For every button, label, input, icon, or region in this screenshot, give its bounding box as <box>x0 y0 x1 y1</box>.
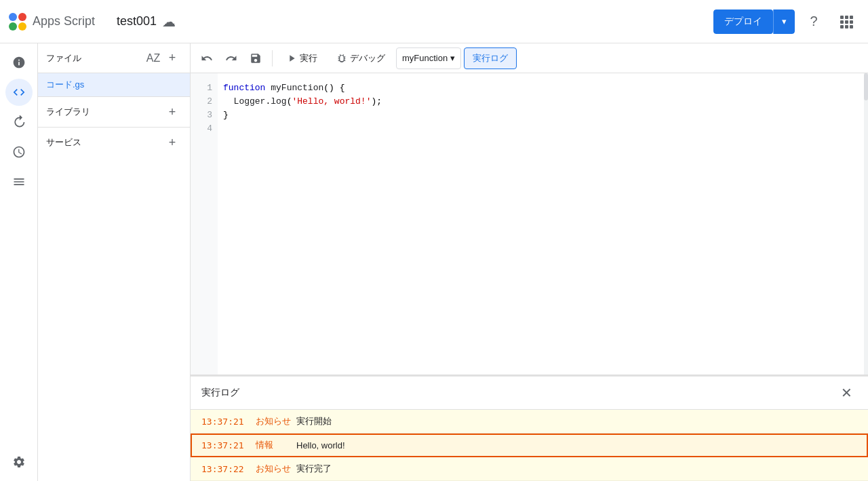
help-icon[interactable]: ? <box>800 8 827 35</box>
log-level-1: お知らせ <box>256 415 296 427</box>
files-label: ファイル <box>46 52 144 64</box>
exec-log-button[interactable]: 実行ログ <box>464 47 517 69</box>
deploy-group: デプロイ ▾ <box>713 9 795 34</box>
add-file-button[interactable]: + <box>163 49 182 68</box>
function-name: myFunction <box>402 53 448 63</box>
function-selector[interactable]: myFunction ▾ <box>396 47 461 69</box>
editor-area: 実行 デバッグ myFunction ▾ 実行ログ 1 2 3 4 functi… <box>191 43 868 481</box>
exec-log-title: 実行ログ <box>201 387 835 399</box>
exec-log-panel: 実行ログ ✕ 13:37:21 お知らせ 実行開始 13:37:21 情報 He… <box>191 375 868 481</box>
app-logo: Apps Script <box>8 12 95 31</box>
code-file-name: コード.gs <box>46 79 84 91</box>
settings-sidebar-btn[interactable] <box>5 448 33 476</box>
run-button[interactable]: 実行 <box>278 47 326 69</box>
main-layout: ファイル AZ + コード.gs ライブラリ + サービス + <box>0 43 868 481</box>
function-selector-chevron: ▾ <box>450 53 455 63</box>
project-name: test001 <box>117 14 157 28</box>
cloud-icon[interactable]: ☁ <box>162 14 176 30</box>
line-numbers: 1 2 3 4 <box>191 73 218 374</box>
svg-point-0 <box>9 13 17 21</box>
scrollbar[interactable] <box>864 73 868 374</box>
scrollbar-thumb[interactable] <box>864 73 868 100</box>
log-time-3: 13:37:22 <box>201 464 256 474</box>
add-library-button[interactable]: + <box>163 102 182 121</box>
svg-point-3 <box>18 22 26 31</box>
library-label: ライブラリ <box>46 106 163 118</box>
svg-rect-9 <box>850 20 853 24</box>
code-file-item[interactable]: コード.gs <box>38 73 190 96</box>
svg-rect-8 <box>845 20 848 24</box>
sort-az-icon[interactable]: AZ <box>144 49 163 68</box>
exec-log-header: 実行ログ ✕ <box>191 377 868 410</box>
info-sidebar-btn[interactable] <box>5 49 33 76</box>
app-header: Apps Script test001 ☁ デプロイ ▾ ? <box>0 0 868 43</box>
history-sidebar-btn[interactable] <box>5 109 33 136</box>
file-panel: ファイル AZ + コード.gs ライブラリ + サービス + <box>38 43 191 481</box>
deploy-button[interactable]: デプロイ <box>713 9 773 34</box>
toolbar: 実行 デバッグ myFunction ▾ 実行ログ <box>191 43 868 73</box>
log-message-3: 実行完了 <box>296 463 332 475</box>
svg-point-2 <box>9 22 17 31</box>
code-editor[interactable]: 1 2 3 4 function myFunction() { Logger.l… <box>191 73 868 375</box>
debug-button[interactable]: デバッグ <box>328 47 393 69</box>
apps-grid-icon[interactable] <box>833 8 860 35</box>
exec-log-close-button[interactable]: ✕ <box>835 382 857 404</box>
svg-rect-10 <box>840 25 844 28</box>
svg-rect-4 <box>840 16 844 19</box>
log-time-1: 13:37:21 <box>201 417 256 427</box>
toolbar-separator-1 <box>272 50 273 66</box>
svg-rect-7 <box>840 20 844 24</box>
save-button[interactable] <box>245 47 267 69</box>
log-row-1: 13:37:21 お知らせ 実行開始 <box>191 410 868 434</box>
redo-button[interactable] <box>220 47 242 69</box>
svg-point-1 <box>18 13 26 21</box>
services-label: サービス <box>46 136 163 149</box>
trigger-sidebar-btn[interactable] <box>5 138 33 166</box>
app-title: Apps Script <box>33 14 95 28</box>
svg-rect-5 <box>845 16 848 19</box>
svg-rect-6 <box>850 16 853 19</box>
code-sidebar-btn[interactable] <box>5 79 33 106</box>
svg-rect-11 <box>845 25 848 28</box>
log-message-1: 実行開始 <box>296 415 332 427</box>
debug-label: デバッグ <box>350 52 385 64</box>
services-section-header: サービス + <box>38 127 190 157</box>
exec-log-table: 13:37:21 お知らせ 実行開始 13:37:21 情報 Hello, wo… <box>191 410 868 481</box>
executions-sidebar-btn[interactable] <box>5 168 33 195</box>
log-message-2: Hello, world! <box>296 440 345 450</box>
log-time-2: 13:37:21 <box>201 440 256 450</box>
log-row-3: 13:37:22 お知らせ 実行完了 <box>191 457 868 481</box>
header-actions: デプロイ ▾ ? <box>713 8 860 35</box>
svg-rect-12 <box>850 25 853 28</box>
log-row-2: 13:37:21 情報 Hello, world! <box>191 434 868 457</box>
undo-button[interactable] <box>196 47 218 69</box>
log-level-3: お知らせ <box>256 463 296 475</box>
run-label: 実行 <box>300 52 317 64</box>
google-logo-icon <box>8 12 27 31</box>
log-level-2: 情報 <box>256 439 296 451</box>
icon-sidebar <box>0 43 38 481</box>
library-section-header: ライブラリ + <box>38 96 190 127</box>
file-panel-header: ファイル AZ + <box>38 43 190 73</box>
add-service-button[interactable]: + <box>163 133 182 152</box>
deploy-dropdown-button[interactable]: ▾ <box>773 9 795 34</box>
code-content[interactable]: function myFunction() { Logger.log('Hell… <box>218 73 868 374</box>
